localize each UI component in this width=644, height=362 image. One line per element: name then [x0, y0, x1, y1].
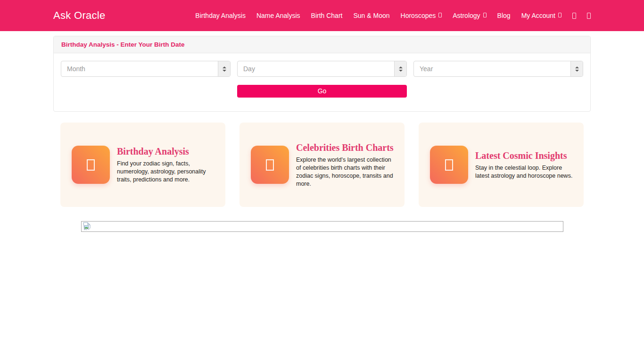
nav-name-analysis[interactable]: Name Analysis [256, 12, 300, 19]
nav-missing-glyph-icon[interactable] [572, 13, 576, 19]
missing-glyph-box [87, 159, 95, 171]
month-select[interactable]: Month [61, 61, 231, 77]
panel-body: Month Day Year Go [54, 53, 590, 111]
card-missing-glyph-icon [430, 146, 468, 184]
dropdown-caret-missing-glyph-icon [438, 13, 442, 17]
nav-label: Astrology [453, 12, 480, 19]
panel-title: Birthday Analysis - Enter Your Birth Dat… [61, 41, 185, 48]
birthday-form-panel: Birthday Analysis - Enter Your Birth Dat… [53, 36, 591, 112]
card-text: Celebrities Birth Charts Explore the wor… [296, 142, 396, 188]
select-stepper-icon [570, 61, 583, 76]
button-row: Go [61, 85, 583, 98]
card-text: Birthday Analysis Find your zodiac sign,… [117, 146, 217, 184]
missing-glyph-box [266, 159, 274, 171]
panel-header: Birthday Analysis - Enter Your Birth Dat… [54, 36, 590, 53]
select-stepper-icon [394, 61, 406, 76]
nav-label: Name Analysis [256, 12, 300, 19]
year-select[interactable]: Year [413, 61, 583, 77]
page-bottom-whitespace [0, 232, 644, 362]
card-description: Explore the world's largest collection o… [296, 156, 396, 188]
card-title[interactable]: Birthday Analysis [117, 146, 217, 157]
card-title[interactable]: Latest Cosmic Insights [475, 150, 575, 161]
card-title[interactable]: Celebrities Birth Charts [296, 142, 396, 153]
main-content: Birthday Analysis - Enter Your Birth Dat… [0, 36, 644, 362]
feature-cards: Birthday Analysis Find your zodiac sign,… [53, 123, 591, 207]
nav-label: Horoscopes [401, 12, 436, 19]
select-stepper-icon [218, 61, 230, 76]
nav-my-account[interactable]: My Account [521, 12, 561, 19]
card-celebrities-birth-charts[interactable]: Celebrities Birth Charts Explore the wor… [239, 123, 405, 207]
card-missing-glyph-icon [72, 146, 110, 184]
nav-horoscopes[interactable]: Horoscopes [401, 12, 442, 19]
nav-label: Sun & Moon [353, 12, 389, 19]
dropdown-caret-missing-glyph-icon [558, 13, 561, 17]
card-birthday-analysis[interactable]: Birthday Analysis Find your zodiac sign,… [60, 123, 225, 207]
dropdown-caret-missing-glyph-icon [483, 13, 487, 17]
broken-image-placeholder [81, 221, 563, 232]
nav-birth-chart[interactable]: Birth Chart [311, 12, 343, 19]
nav-missing-glyph-icon[interactable] [587, 13, 591, 19]
day-placeholder: Day [238, 65, 255, 73]
nav-astrology[interactable]: Astrology [453, 12, 486, 19]
year-placeholder: Year [414, 65, 433, 73]
card-description: Stay in the celestial loop. Explore late… [475, 164, 575, 180]
broken-image-icon [83, 222, 91, 231]
go-button[interactable]: Go [237, 85, 407, 98]
nav-label: Birth Chart [311, 12, 343, 19]
nav-label: Blog [497, 12, 511, 19]
month-placeholder: Month [61, 65, 85, 73]
card-missing-glyph-icon [251, 146, 289, 184]
nav-sun-and-moon[interactable]: Sun & Moon [353, 12, 389, 19]
card-latest-cosmic-insights[interactable]: Latest Cosmic Insights Stay in the celes… [419, 123, 584, 207]
day-select[interactable]: Day [237, 61, 407, 77]
nav-label: My Account [521, 12, 555, 19]
missing-glyph-box [445, 159, 453, 171]
nav-blog[interactable]: Blog [497, 12, 511, 19]
main-nav: Birthday Analysis Name Analysis Birth Ch… [195, 12, 591, 19]
nav-label: Birthday Analysis [195, 12, 246, 19]
selects-row: Month Day Year [61, 61, 583, 77]
site-header: Ask Oracle Birthday Analysis Name Analys… [0, 0, 644, 31]
card-text: Latest Cosmic Insights Stay in the celes… [475, 150, 575, 180]
logo[interactable]: Ask Oracle [53, 9, 106, 22]
nav-birthday-analysis[interactable]: Birthday Analysis [195, 12, 246, 19]
card-description: Find your zodiac sign, facts, numerology… [117, 160, 217, 184]
